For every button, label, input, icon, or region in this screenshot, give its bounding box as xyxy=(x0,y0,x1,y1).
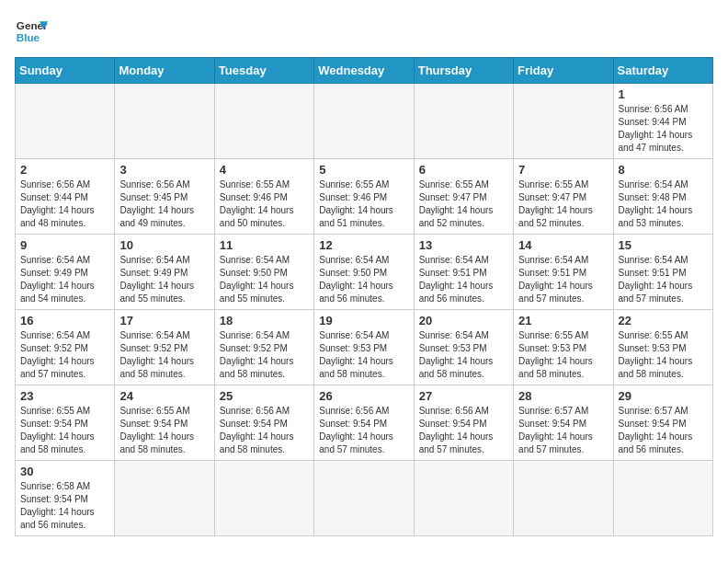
day-number: 12 xyxy=(319,238,408,252)
day-info: Sunrise: 6:56 AM Sunset: 9:45 PM Dayligh… xyxy=(119,178,209,230)
calendar-week-2: 2Sunrise: 6:56 AM Sunset: 9:44 PM Daylig… xyxy=(16,159,713,235)
calendar-cell: 3Sunrise: 6:56 AM Sunset: 9:45 PM Daylig… xyxy=(115,159,214,235)
calendar-cell xyxy=(16,84,115,159)
day-info: Sunrise: 6:55 AM Sunset: 9:54 PM Dayligh… xyxy=(20,405,109,456)
calendar-cell: 26Sunrise: 6:56 AM Sunset: 9:54 PM Dayli… xyxy=(314,385,414,461)
weekday-header-sunday: Sunday xyxy=(16,58,115,84)
calendar-cell: 13Sunrise: 6:54 AM Sunset: 9:51 PM Dayli… xyxy=(414,235,513,310)
calendar-cell: 11Sunrise: 6:54 AM Sunset: 9:50 PM Dayli… xyxy=(214,235,313,310)
calendar-cell xyxy=(314,84,414,159)
day-info: Sunrise: 6:58 AM Sunset: 9:54 PM Dayligh… xyxy=(20,480,109,532)
calendar-cell: 20Sunrise: 6:54 AM Sunset: 9:53 PM Dayli… xyxy=(414,310,513,385)
day-number: 3 xyxy=(119,163,209,177)
calendar-cell: 19Sunrise: 6:54 AM Sunset: 9:53 PM Dayli… xyxy=(314,310,414,385)
day-info: Sunrise: 6:54 AM Sunset: 9:51 PM Dayligh… xyxy=(419,254,508,305)
calendar-cell: 24Sunrise: 6:55 AM Sunset: 9:54 PM Dayli… xyxy=(115,385,214,461)
calendar-cell xyxy=(115,461,214,536)
day-info: Sunrise: 6:55 AM Sunset: 9:46 PM Dayligh… xyxy=(319,178,408,230)
day-info: Sunrise: 6:56 AM Sunset: 9:44 PM Dayligh… xyxy=(20,178,109,230)
day-info: Sunrise: 6:55 AM Sunset: 9:54 PM Dayligh… xyxy=(119,405,209,456)
day-number: 24 xyxy=(119,389,209,403)
calendar-cell: 29Sunrise: 6:57 AM Sunset: 9:54 PM Dayli… xyxy=(613,385,712,461)
day-number: 14 xyxy=(518,238,608,252)
day-info: Sunrise: 6:56 AM Sunset: 9:54 PM Dayligh… xyxy=(419,405,508,456)
calendar-cell: 16Sunrise: 6:54 AM Sunset: 9:52 PM Dayli… xyxy=(16,310,115,385)
calendar-cell: 22Sunrise: 6:55 AM Sunset: 9:53 PM Dayli… xyxy=(613,310,712,385)
day-number: 27 xyxy=(419,389,508,403)
day-number: 2 xyxy=(20,163,109,177)
calendar-cell: 25Sunrise: 6:56 AM Sunset: 9:54 PM Dayli… xyxy=(214,385,313,461)
day-number: 7 xyxy=(518,163,608,177)
day-info: Sunrise: 6:56 AM Sunset: 9:54 PM Dayligh… xyxy=(220,405,309,456)
weekday-header-wednesday: Wednesday xyxy=(314,58,414,84)
calendar-cell: 12Sunrise: 6:54 AM Sunset: 9:50 PM Dayli… xyxy=(314,235,414,310)
calendar-cell xyxy=(414,461,513,536)
calendar-cell: 7Sunrise: 6:55 AM Sunset: 9:47 PM Daylig… xyxy=(514,159,613,235)
calendar-week-1: 1Sunrise: 6:56 AM Sunset: 9:44 PM Daylig… xyxy=(16,84,713,159)
header: General Blue xyxy=(15,15,713,48)
day-number: 9 xyxy=(20,238,109,252)
day-number: 21 xyxy=(518,314,608,327)
day-info: Sunrise: 6:54 AM Sunset: 9:49 PM Dayligh… xyxy=(20,254,109,305)
day-info: Sunrise: 6:55 AM Sunset: 9:47 PM Dayligh… xyxy=(419,178,508,230)
calendar-cell: 9Sunrise: 6:54 AM Sunset: 9:49 PM Daylig… xyxy=(16,235,115,310)
day-number: 17 xyxy=(119,314,209,327)
calendar-cell: 15Sunrise: 6:54 AM Sunset: 9:51 PM Dayli… xyxy=(613,235,712,310)
day-info: Sunrise: 6:55 AM Sunset: 9:53 PM Dayligh… xyxy=(518,329,608,381)
day-info: Sunrise: 6:57 AM Sunset: 9:54 PM Dayligh… xyxy=(518,405,608,456)
logo: General Blue xyxy=(15,15,48,48)
day-number: 4 xyxy=(220,163,309,177)
calendar-cell xyxy=(514,84,613,159)
day-info: Sunrise: 6:54 AM Sunset: 9:52 PM Dayligh… xyxy=(220,329,309,381)
weekday-header-thursday: Thursday xyxy=(414,58,513,84)
calendar-cell: 4Sunrise: 6:55 AM Sunset: 9:46 PM Daylig… xyxy=(214,159,313,235)
calendar-cell xyxy=(514,461,613,536)
calendar-cell: 27Sunrise: 6:56 AM Sunset: 9:54 PM Dayli… xyxy=(414,385,513,461)
calendar-cell: 30Sunrise: 6:58 AM Sunset: 9:54 PM Dayli… xyxy=(16,461,115,536)
day-number: 30 xyxy=(20,465,109,478)
calendar-cell: 14Sunrise: 6:54 AM Sunset: 9:51 PM Dayli… xyxy=(514,235,613,310)
day-info: Sunrise: 6:54 AM Sunset: 9:50 PM Dayligh… xyxy=(319,254,408,305)
day-info: Sunrise: 6:55 AM Sunset: 9:46 PM Dayligh… xyxy=(220,178,309,230)
day-number: 23 xyxy=(20,389,109,403)
calendar-cell: 2Sunrise: 6:56 AM Sunset: 9:44 PM Daylig… xyxy=(16,159,115,235)
calendar-week-5: 23Sunrise: 6:55 AM Sunset: 9:54 PM Dayli… xyxy=(16,385,713,461)
day-info: Sunrise: 6:54 AM Sunset: 9:49 PM Dayligh… xyxy=(119,254,209,305)
day-number: 5 xyxy=(319,163,408,177)
day-number: 6 xyxy=(419,163,508,177)
calendar-cell: 5Sunrise: 6:55 AM Sunset: 9:46 PM Daylig… xyxy=(314,159,414,235)
day-number: 13 xyxy=(419,238,508,252)
day-info: Sunrise: 6:55 AM Sunset: 9:47 PM Dayligh… xyxy=(518,178,608,230)
calendar-cell xyxy=(414,84,513,159)
weekday-header-friday: Friday xyxy=(514,58,613,84)
day-info: Sunrise: 6:54 AM Sunset: 9:51 PM Dayligh… xyxy=(619,254,708,305)
day-number: 18 xyxy=(220,314,309,327)
calendar-cell: 1Sunrise: 6:56 AM Sunset: 9:44 PM Daylig… xyxy=(613,84,712,159)
day-number: 10 xyxy=(119,238,209,252)
calendar-cell: 21Sunrise: 6:55 AM Sunset: 9:53 PM Dayli… xyxy=(514,310,613,385)
calendar-week-3: 9Sunrise: 6:54 AM Sunset: 9:49 PM Daylig… xyxy=(16,235,713,310)
svg-text:Blue: Blue xyxy=(17,31,40,43)
calendar-cell xyxy=(613,461,712,536)
calendar-cell: 28Sunrise: 6:57 AM Sunset: 9:54 PM Dayli… xyxy=(514,385,613,461)
calendar-cell: 10Sunrise: 6:54 AM Sunset: 9:49 PM Dayli… xyxy=(115,235,214,310)
day-info: Sunrise: 6:54 AM Sunset: 9:52 PM Dayligh… xyxy=(20,329,109,381)
day-info: Sunrise: 6:54 AM Sunset: 9:53 PM Dayligh… xyxy=(419,329,508,381)
weekday-header-saturday: Saturday xyxy=(613,58,712,84)
logo-icon: General Blue xyxy=(15,15,48,48)
day-info: Sunrise: 6:54 AM Sunset: 9:48 PM Dayligh… xyxy=(619,178,708,230)
day-number: 8 xyxy=(619,163,708,177)
calendar-cell xyxy=(214,84,313,159)
calendar-cell: 18Sunrise: 6:54 AM Sunset: 9:52 PM Dayli… xyxy=(214,310,313,385)
day-info: Sunrise: 6:54 AM Sunset: 9:53 PM Dayligh… xyxy=(319,329,408,381)
day-number: 26 xyxy=(319,389,408,403)
day-number: 20 xyxy=(419,314,508,327)
day-number: 29 xyxy=(619,389,708,403)
day-number: 15 xyxy=(619,238,708,252)
day-number: 16 xyxy=(20,314,109,327)
calendar-cell: 23Sunrise: 6:55 AM Sunset: 9:54 PM Dayli… xyxy=(16,385,115,461)
day-info: Sunrise: 6:56 AM Sunset: 9:44 PM Dayligh… xyxy=(619,103,708,155)
day-number: 1 xyxy=(619,87,708,101)
day-info: Sunrise: 6:54 AM Sunset: 9:52 PM Dayligh… xyxy=(119,329,209,381)
day-number: 19 xyxy=(319,314,408,327)
